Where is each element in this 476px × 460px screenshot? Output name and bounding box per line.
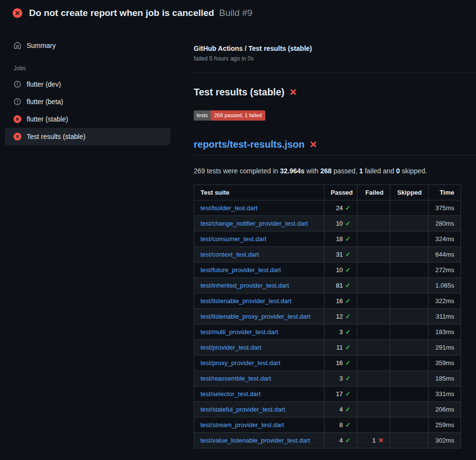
- passed-cell: 11✓: [324, 339, 357, 355]
- test-suite-link[interactable]: test/listenable_proxy_provider_test.dart: [200, 313, 310, 320]
- checks-page: Do not create report when job is cancell…: [0, 0, 476, 460]
- table-row: test/change_notifier_provider_test.dart …: [194, 215, 461, 231]
- time-cell: 644ms: [429, 246, 461, 262]
- passed-count: 16: [336, 359, 343, 367]
- skipped-cell: [390, 231, 429, 246]
- test-suite-link[interactable]: test/reassemble_test.dart: [200, 375, 271, 382]
- report-file-link[interactable]: reports/test-results.json: [194, 139, 305, 150]
- table-row: test/selector_test.dart 17✓ 331ms: [194, 386, 461, 401]
- col-header-skipped: Skipped: [390, 184, 429, 200]
- test-suite-link[interactable]: test/multi_provider_test.dart: [200, 328, 278, 336]
- failed-cell: 1✕: [357, 432, 390, 448]
- col-header-failed: Failed: [357, 184, 390, 200]
- test-suite-link[interactable]: test/stateful_provider_test.dart: [200, 406, 285, 413]
- failed-status-circle-icon: [13, 8, 22, 18]
- sidebar-job-item[interactable]: flutter (stable): [5, 110, 170, 128]
- summary-text: failed and: [363, 167, 397, 175]
- skipped-cell: [390, 370, 429, 386]
- test-suite-link[interactable]: test/builder_test.dart: [200, 204, 258, 212]
- test-suite-link[interactable]: test/value_listenable_provider_test.dart: [200, 437, 310, 444]
- check-icon: ✓: [345, 390, 351, 398]
- test-suite-cell: test/consumer_test.dart: [194, 231, 324, 246]
- sidebar-jobs: flutter (dev) flutter (beta) flutter (st…: [5, 76, 170, 145]
- check-icon: ✓: [345, 297, 351, 305]
- passed-count: 3: [339, 375, 343, 382]
- results-table: Test suite Passed Failed Skipped Time te…: [194, 184, 461, 448]
- test-suite-link[interactable]: test/change_notifier_provider_test.dart: [200, 220, 308, 227]
- failed-cell: [357, 339, 390, 355]
- failed-cell: [357, 215, 390, 231]
- passed-count: 3: [339, 328, 343, 336]
- check-icon: ✓: [345, 406, 351, 413]
- table-row: test/stream_provider_test.dart 8✓ 259ms: [194, 417, 461, 432]
- passed-count: 31: [336, 251, 343, 258]
- check-icon: ✓: [345, 437, 351, 444]
- table-row: test/reassemble_test.dart 3✓ 185ms: [194, 370, 461, 386]
- table-row: test/future_provider_test.dart 10✓ 272ms: [194, 262, 461, 277]
- time-cell: 291ms: [429, 339, 461, 355]
- job-label: flutter (dev): [27, 80, 61, 88]
- test-suite-cell: test/stateful_provider_test.dart: [194, 401, 324, 417]
- skipped-cell: [390, 324, 429, 339]
- skipped-cell: [390, 386, 429, 401]
- failed-x-icon: ✕: [309, 140, 317, 149]
- test-suite-link[interactable]: test/proxy_provider_test.dart: [200, 359, 280, 367]
- test-suite-link[interactable]: test/future_provider_test.dart: [200, 266, 281, 274]
- test-suite-link[interactable]: test/context_test.dart: [200, 251, 259, 258]
- x-circle-icon: [14, 115, 21, 123]
- sidebar-job-item[interactable]: Test results (stable): [5, 128, 170, 145]
- table-row: test/builder_test.dart 24✓ 375ms: [194, 200, 461, 215]
- report-heading: reports/test-results.json ✕: [194, 139, 476, 155]
- passed-count: 17: [336, 390, 343, 398]
- job-label: Test results (stable): [27, 133, 85, 140]
- test-suite-cell: test/future_provider_test.dart: [194, 262, 324, 277]
- build-number: Build #9: [219, 8, 252, 18]
- test-suite-link[interactable]: test/consumer_test.dart: [200, 235, 266, 243]
- badge-value: 268 passed, 1 failed: [211, 110, 265, 121]
- sidebar: Summary Jobs flutter (dev) flutter (beta…: [0, 25, 184, 145]
- test-suite-cell: test/value_listenable_provider_test.dart: [194, 432, 324, 448]
- passed-count: 10: [336, 266, 343, 274]
- table-row: test/context_test.dart 31✓ 644ms: [194, 246, 461, 262]
- failed-cell: [357, 308, 390, 324]
- sidebar-item-summary[interactable]: Summary: [5, 37, 170, 54]
- time-cell: 280ms: [429, 215, 461, 231]
- passed-count: 81: [336, 282, 343, 289]
- check-icon: ✓: [345, 235, 351, 243]
- test-suite-link[interactable]: test/listenable_provider_test.dart: [200, 297, 292, 305]
- badge-label: tests: [194, 110, 211, 121]
- test-suite-cell: test/selector_test.dart: [194, 386, 324, 401]
- skipped-cell: [390, 262, 429, 277]
- divider: [194, 73, 476, 73]
- check-icon: ✓: [345, 375, 351, 382]
- time-cell: 1.065s: [429, 277, 461, 293]
- test-suite-link[interactable]: test/selector_test.dart: [200, 390, 261, 398]
- skipped-cell: [390, 246, 429, 262]
- check-icon: ✓: [345, 220, 351, 227]
- skipped-cell: [390, 200, 429, 215]
- summary-label: Summary: [27, 42, 56, 49]
- home-icon: [14, 42, 21, 49]
- failed-cell: [357, 262, 390, 277]
- job-label: flutter (stable): [27, 115, 68, 123]
- test-suite-cell: test/stream_provider_test.dart: [194, 417, 324, 432]
- passed-cell: 8✓: [324, 417, 357, 432]
- skipped-cell: [390, 417, 429, 432]
- sidebar-job-item[interactable]: flutter (beta): [5, 93, 170, 110]
- job-label: flutter (beta): [27, 98, 63, 106]
- failed-cell: [357, 355, 390, 370]
- alert-icon: [14, 80, 21, 88]
- test-suite-cell: test/proxy_provider_test.dart: [194, 355, 324, 370]
- sidebar-job-item[interactable]: flutter (dev): [5, 76, 170, 93]
- passed-count: 10: [336, 220, 343, 227]
- check-icon: ✓: [345, 204, 351, 212]
- run-status-line: failed 5 hours ago in 0s: [194, 55, 476, 62]
- passed-cell: 81✓: [324, 277, 357, 293]
- test-suite-link[interactable]: test/inherited_provider_test.dart: [200, 282, 289, 289]
- tests-summary-line: 269 tests were completed in 32.964s with…: [194, 167, 476, 175]
- summary-text: 269 tests were completed in: [194, 167, 280, 175]
- test-suite-link[interactable]: test/stream_provider_test.dart: [200, 421, 284, 429]
- check-icon: ✓: [345, 344, 351, 351]
- test-suite-link[interactable]: test/provider_test.dart: [200, 344, 261, 351]
- failed-cell: [357, 277, 390, 293]
